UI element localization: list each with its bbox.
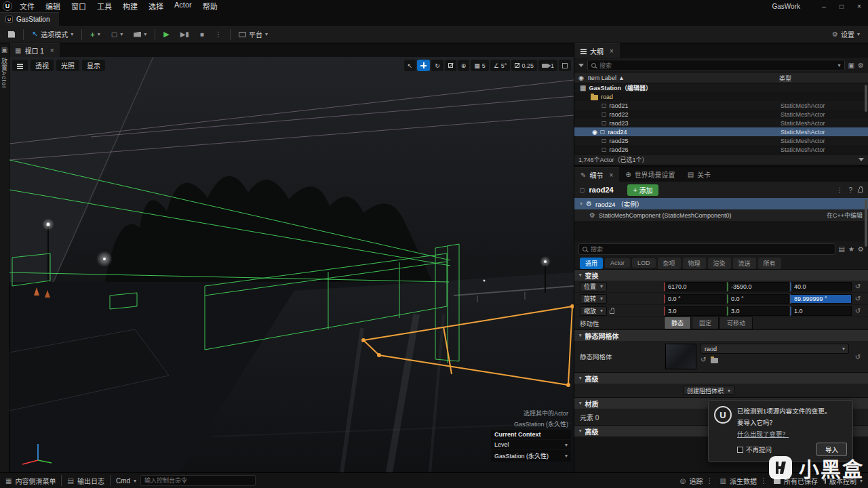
gear-icon[interactable]: ⚙	[858, 62, 864, 69]
close-icon[interactable]: ×	[850, 0, 868, 12]
lock-icon[interactable]	[858, 189, 863, 192]
tree-row-root[interactable]: ▦ GasStation（编辑器）	[574, 83, 868, 92]
tree-row-actor[interactable]: ▢ raod22StaticMeshActor	[574, 110, 868, 119]
show-dropdown[interactable]: 显示	[82, 60, 105, 71]
new-folder-icon[interactable]: ▣	[848, 62, 854, 69]
create-blocking-volume-dropdown[interactable]: 创建阻挡体积▾	[683, 386, 734, 395]
derived-data-button[interactable]: ▥ 派生数据 ⋮	[720, 476, 767, 486]
menu-window[interactable]: 窗口	[66, 0, 91, 13]
content-drawer-button[interactable]: ▦ 内容侧滑菜单	[5, 476, 56, 486]
eye-icon[interactable]: ◉	[578, 75, 584, 81]
filter-general[interactable]: 通用	[580, 258, 603, 269]
minimize-icon[interactable]: –	[815, 0, 833, 12]
details-scrollbar[interactable]	[865, 199, 867, 247]
expand-sections-icon[interactable]: ⋮	[836, 186, 843, 194]
output-log-button[interactable]: ▤ 输出日志	[67, 476, 104, 486]
location-x-field[interactable]: 6170.0	[664, 282, 726, 291]
column-type[interactable]: 类型	[779, 74, 864, 83]
scale-dropdown[interactable]: 缩放▾	[580, 306, 607, 316]
tree-row-actor[interactable]: ▢ raod23StaticMeshActor	[574, 119, 868, 127]
unreal-logo-icon[interactable]: U	[3, 1, 12, 11]
tab-viewport1[interactable]: ▦ 视口 1 ×	[9, 43, 60, 57]
details-search-input[interactable]	[591, 246, 831, 253]
location-y-field[interactable]: -3590.0	[727, 282, 789, 291]
help-icon[interactable]: ?	[848, 186, 852, 194]
scale-y-field[interactable]: 3.0	[727, 306, 789, 316]
reset-mesh-icon[interactable]: ↺	[853, 353, 863, 361]
rotation-y-field[interactable]: 0.0 °	[727, 294, 789, 304]
filter-actor[interactable]: Actor	[605, 258, 630, 268]
maximize-icon[interactable]: □	[833, 0, 850, 12]
view-mode-dropdown[interactable]: 光照	[56, 60, 79, 71]
filter-misc[interactable]: 杂项	[658, 258, 681, 269]
browse-to-asset-icon[interactable]	[711, 358, 718, 363]
section-static-mesh[interactable]: ▾静态网格体	[574, 329, 868, 341]
rotate-tool-button[interactable]: ↻	[431, 60, 443, 71]
mesh-asset-dropdown[interactable]: raod▾	[701, 344, 849, 354]
scale-snap-button[interactable]: 0.25	[511, 60, 537, 71]
filter-funnel-icon[interactable]	[578, 64, 584, 67]
filter-physics[interactable]: 物理	[683, 258, 706, 269]
camera-speed-button[interactable]: 1	[538, 60, 557, 71]
section-advanced[interactable]: ▾高级	[574, 372, 868, 384]
kebab-icon[interactable]: ⋮	[707, 477, 713, 485]
settings-dropdown[interactable]: ⚙ 设置 ▾	[828, 28, 864, 41]
grid-snap-button[interactable]: ▦5	[471, 60, 489, 71]
console-command-input[interactable]	[140, 475, 256, 486]
stop-button[interactable]: ■	[196, 28, 208, 41]
scale-lock-icon[interactable]	[610, 310, 614, 314]
menu-edit[interactable]: 编辑	[41, 0, 65, 13]
favorites-star-icon[interactable]: ★	[848, 245, 854, 253]
rotation-x-field[interactable]: 0.0 °	[664, 294, 726, 304]
menu-tools[interactable]: 工具	[92, 0, 117, 13]
close-icon[interactable]: ×	[610, 47, 614, 55]
menu-select[interactable]: 选择	[144, 0, 168, 13]
use-selected-asset-icon[interactable]: ↺	[701, 356, 706, 363]
save-button[interactable]	[4, 28, 19, 41]
eye-icon[interactable]: ◉	[592, 129, 597, 136]
filter-lod[interactable]: LOD	[632, 258, 656, 268]
tree-row-actor[interactable]: ▢ raod26StaticMeshActor	[574, 145, 868, 154]
mobility-movable[interactable]: 可移动	[719, 317, 753, 329]
viewport-3d[interactable]: 透视 光照 显示 ↖ ↻ ⊕ ▦5 ∠5° 0.25 1	[9, 57, 574, 472]
tree-row-actor[interactable]: ▢ raod25StaticMeshActor	[574, 136, 868, 145]
edit-in-cpp-link[interactable]: 在C++中编辑	[827, 211, 863, 220]
outliner-column-header[interactable]: ◉ Item Label ▲ 类型	[574, 73, 868, 83]
gear-icon[interactable]: ⚙	[858, 245, 864, 253]
scale-tool-button[interactable]	[445, 60, 456, 71]
tab-world-settings[interactable]: ⊕ 世界场景设置	[619, 167, 681, 182]
rotation-snap-button[interactable]: ∠5°	[490, 60, 511, 71]
tab-details[interactable]: ✎ 细节 ×	[574, 167, 619, 182]
mobility-static[interactable]: 静态	[664, 317, 691, 329]
outliner-search-input[interactable]	[599, 62, 835, 69]
filter-all[interactable]: 所有	[758, 258, 781, 269]
close-icon[interactable]: ×	[50, 47, 54, 54]
platform-dropdown[interactable]: 平台 ▾	[235, 28, 272, 41]
location-dropdown[interactable]: 位置▾	[580, 282, 607, 291]
column-item-label[interactable]: Item Label	[588, 75, 616, 81]
filter-rendering[interactable]: 渲染	[708, 258, 731, 269]
skip-button[interactable]: ▶▮	[176, 28, 193, 41]
reset-scale-icon[interactable]: ↺	[853, 307, 863, 314]
mobility-stationary[interactable]: 固定	[692, 317, 719, 329]
menu-build[interactable]: 构建	[118, 0, 142, 13]
rotation-z-field[interactable]: 89.999999 °	[790, 294, 852, 304]
mesh-thumbnail[interactable]	[665, 344, 696, 369]
tab-levels[interactable]: ▤ 关卡	[682, 167, 717, 182]
play-options-button[interactable]: ⋮	[211, 28, 226, 41]
display-options-icon[interactable]: ▤	[839, 245, 845, 253]
tree-row-folder[interactable]: road	[574, 92, 868, 101]
level-selector[interactable]: Level▾	[491, 440, 571, 449]
scale-z-field[interactable]: 1.0	[790, 306, 852, 316]
reset-location-icon[interactable]: ↺	[853, 283, 863, 290]
checkbox-icon[interactable]	[737, 447, 743, 453]
instance-row[interactable]: ▾ ⚙ raod24 （实例）	[574, 198, 868, 209]
maximize-viewport-button[interactable]	[559, 60, 571, 71]
filter-streaming[interactable]: 流送	[733, 258, 756, 269]
trace-button[interactable]: ◎ 追踪 ⋮	[680, 476, 713, 486]
scale-x-field[interactable]: 3.0	[664, 306, 726, 316]
tree-row-actor-selected[interactable]: ◉ ▢ raod24StaticMeshActor	[574, 127, 868, 136]
kebab-icon[interactable]: ⋮	[760, 477, 767, 485]
dont-ask-again-checkbox[interactable]: 不再提问	[737, 445, 772, 454]
tree-row-actor[interactable]: ▢ raod21StaticMeshActor	[574, 101, 868, 110]
